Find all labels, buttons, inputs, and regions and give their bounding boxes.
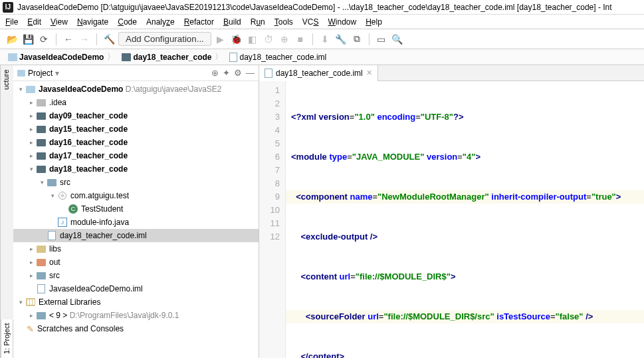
menu-run[interactable]: Run bbox=[251, 17, 265, 27]
tree-srcroot[interactable]: ▸src bbox=[13, 269, 259, 282]
build-icon[interactable]: 🔨 bbox=[102, 33, 116, 46]
tree-module-info[interactable]: Jmodule-info.java bbox=[13, 216, 259, 229]
attach-icon[interactable]: ⊕ bbox=[278, 33, 291, 46]
gutter: 123456789101112 bbox=[259, 81, 286, 358]
main-area: 1: Project ucture Project ▾ ⊕ ✦ ⚙ — ▾Jav… bbox=[0, 65, 644, 358]
ide-icon[interactable]: ▭ bbox=[375, 33, 388, 46]
tree-external-libs[interactable]: ▾External Libraries bbox=[13, 295, 259, 309]
editor-tabs: day18_teacher_code.iml ✕ bbox=[259, 65, 644, 81]
menu-build[interactable]: Build bbox=[223, 17, 241, 27]
collapse-icon[interactable]: ⚙ bbox=[234, 68, 242, 78]
project-icon bbox=[17, 70, 25, 77]
tree-iml-file[interactable]: day18_teacher_code.iml bbox=[13, 229, 259, 242]
crumb-root[interactable]: JavaseIdeaCodeDemo〉 bbox=[5, 51, 118, 63]
run-icon[interactable]: ▶ bbox=[214, 33, 227, 46]
hide-icon[interactable]: — bbox=[246, 68, 255, 78]
code-area[interactable]: 123456789101112 <?xml version="1.0" enco… bbox=[259, 81, 644, 358]
coverage-icon[interactable]: ◧ bbox=[246, 33, 259, 46]
tree-day17[interactable]: ▸day17_teacher_code bbox=[13, 149, 259, 162]
menu-analyze[interactable]: Analyze bbox=[146, 17, 175, 27]
tree-package[interactable]: ▾com.atguigu.test bbox=[13, 189, 259, 202]
left-gutter: 1: Project ucture bbox=[0, 65, 13, 358]
separator bbox=[96, 33, 97, 45]
menu-view[interactable]: View bbox=[51, 17, 68, 27]
separator bbox=[312, 33, 313, 45]
menu-navigate[interactable]: Navigate bbox=[77, 17, 108, 27]
menu-file[interactable]: FFileile bbox=[5, 17, 18, 27]
menu-tools[interactable]: Tools bbox=[274, 17, 293, 27]
panel-title[interactable]: Project ▾ bbox=[17, 69, 59, 78]
xml-file-icon bbox=[265, 69, 272, 78]
menu-help[interactable]: Help bbox=[366, 17, 382, 27]
menu-code[interactable]: Code bbox=[118, 17, 137, 27]
window-title: JavaseIdeaCodeDemo [D:\atguigu\javaee\Ja… bbox=[17, 3, 612, 12]
breadcrumb: JavaseIdeaCodeDemo〉 day18_teacher_code〉 … bbox=[0, 49, 644, 65]
module-folder-icon bbox=[122, 53, 131, 61]
search-icon[interactable]: 🔍 bbox=[391, 33, 404, 46]
tree-day09[interactable]: ▸day09_teacher_code bbox=[13, 109, 259, 122]
tree-root[interactable]: ▾JavaseIdeaCodeDemo D:\atguigu\javaee\Ja… bbox=[13, 83, 259, 96]
open-icon[interactable]: 📂 bbox=[5, 33, 19, 46]
title-bar: IJ JavaseIdeaCodeDemo [D:\atguigu\javaee… bbox=[0, 0, 644, 15]
menu-bar: FFileile Edit View Navigate Code Analyze… bbox=[0, 15, 644, 29]
project-tree[interactable]: ▾JavaseIdeaCodeDemo D:\atguigu\javaee\Ja… bbox=[13, 81, 259, 358]
menu-edit[interactable]: Edit bbox=[27, 17, 41, 27]
panel-header: Project ▾ ⊕ ✦ ⚙ — bbox=[13, 65, 259, 81]
crumb-module[interactable]: day18_teacher_code〉 bbox=[119, 51, 225, 63]
structure-icon[interactable]: ⧉ bbox=[350, 33, 364, 46]
separator bbox=[369, 33, 370, 45]
refresh-icon[interactable]: ⟳ bbox=[37, 33, 51, 46]
forward-icon[interactable]: → bbox=[78, 33, 91, 46]
app-logo-icon: IJ bbox=[3, 2, 13, 13]
vcs-update-icon[interactable]: ⬇ bbox=[318, 33, 332, 46]
add-configuration-button[interactable]: Add Configuration... bbox=[118, 32, 211, 46]
editor: day18_teacher_code.iml ✕ 123456789101112… bbox=[259, 65, 644, 358]
close-icon[interactable]: ✕ bbox=[366, 69, 372, 77]
tab-iml[interactable]: day18_teacher_code.iml ✕ bbox=[259, 65, 378, 81]
tree-day15[interactable]: ▸day15_teacher_code bbox=[13, 122, 259, 136]
toolbar: 📂 💾 ⟳ ← → 🔨 Add Configuration... ▶ 🐞 ◧ ⏱… bbox=[0, 29, 644, 49]
tree-idea[interactable]: ▸.idea bbox=[13, 96, 259, 109]
tree-day18[interactable]: ▾day18_teacher_code bbox=[13, 162, 259, 176]
xml-file-icon bbox=[229, 53, 237, 62]
scratch-icon: ✎ bbox=[25, 324, 35, 333]
code-content[interactable]: <?xml version="1.0" encoding="UTF-8"?> <… bbox=[286, 81, 644, 358]
tree-root-iml[interactable]: JavaseIdeaCodeDemo.iml bbox=[13, 282, 259, 295]
tree-out[interactable]: ▸out bbox=[13, 256, 259, 269]
separator bbox=[56, 33, 56, 45]
tab-label: day18_teacher_code.iml bbox=[276, 69, 363, 78]
tree-class[interactable]: CTestStudent bbox=[13, 202, 259, 216]
debug-icon[interactable]: 🐞 bbox=[230, 33, 243, 46]
tree-day16[interactable]: ▸day16_teacher_code bbox=[13, 136, 259, 149]
locate-icon[interactable]: ⊕ bbox=[211, 68, 219, 78]
crumb-file[interactable]: day18_teacher_code.iml bbox=[227, 53, 329, 62]
stop-icon[interactable]: ■ bbox=[294, 33, 307, 46]
menu-refactor[interactable]: Refactor bbox=[184, 17, 214, 27]
side-tab-project[interactable]: 1: Project bbox=[1, 319, 13, 358]
side-tab-structure[interactable]: ucture bbox=[1, 65, 13, 94]
wrench-icon[interactable]: 🔧 bbox=[334, 33, 348, 46]
save-icon[interactable]: 💾 bbox=[21, 33, 35, 46]
tree-libs[interactable]: ▸libs bbox=[13, 242, 259, 256]
tree-src[interactable]: ▾src bbox=[13, 176, 259, 189]
profiler-icon[interactable]: ⏱ bbox=[262, 33, 275, 46]
menu-vcs[interactable]: VCS bbox=[302, 17, 319, 27]
tree-jdk[interactable]: ▸< 9 > D:\ProgramFiles\Java\jdk-9.0.1 bbox=[13, 309, 259, 322]
menu-window[interactable]: Window bbox=[328, 17, 356, 27]
folder-icon bbox=[8, 53, 17, 61]
project-panel: Project ▾ ⊕ ✦ ⚙ — ▾JavaseIdeaCodeDemo D:… bbox=[13, 65, 259, 358]
tree-scratches[interactable]: ✎Scratches and Consoles bbox=[13, 322, 259, 335]
back-icon[interactable]: ← bbox=[62, 33, 75, 46]
expand-icon[interactable]: ✦ bbox=[223, 68, 230, 78]
